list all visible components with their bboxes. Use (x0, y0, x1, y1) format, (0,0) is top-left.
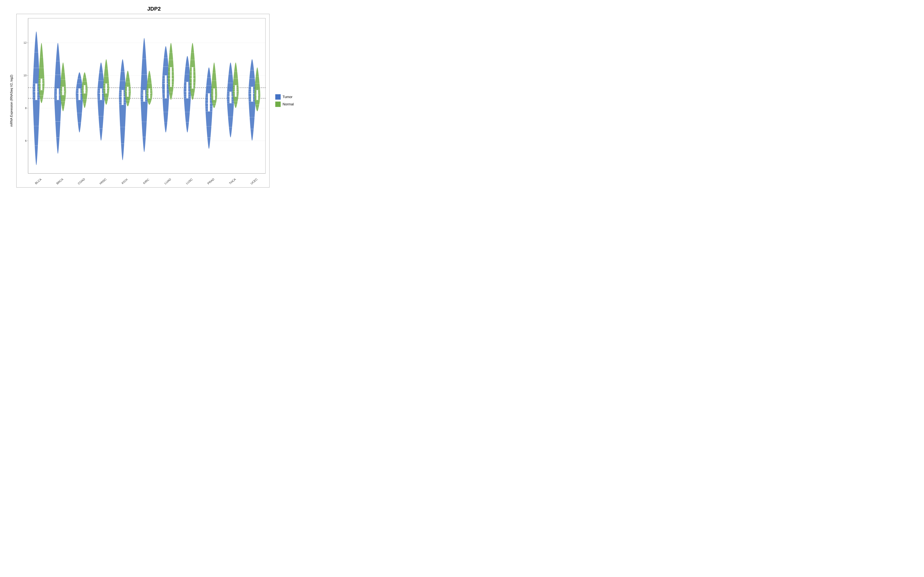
svg-rect-95 (36, 31, 37, 32)
svg-rect-684 (120, 90, 120, 90)
svg-rect-1035 (171, 79, 171, 79)
svg-rect-35 (38, 100, 39, 100)
svg-rect-1523 (252, 117, 252, 118)
svg-rect-1053 (169, 67, 169, 68)
svg-rect-227 (55, 88, 55, 89)
svg-rect-726 (128, 95, 128, 95)
svg-rect-566 (107, 98, 107, 98)
svg-rect-23 (37, 145, 37, 146)
svg-rect-543 (101, 81, 101, 81)
svg-rect-1288 (209, 77, 209, 78)
svg-rect-1175 (194, 82, 194, 83)
svg-rect-1213 (192, 42, 193, 43)
svg-rect-658 (123, 100, 124, 100)
chart-container: JDP2 mRNA Expression (RNASeq V2, log2) 6… (8, 6, 300, 187)
svg-rect-462 (82, 81, 83, 82)
svg-rect-266 (64, 95, 64, 95)
svg-rect-1412 (233, 95, 233, 95)
svg-rect-1626 (258, 95, 258, 95)
svg-rect-1536 (252, 99, 252, 99)
svg-rect-734 (129, 93, 129, 94)
svg-rect-1101 (186, 94, 187, 95)
svg-rect-440 (85, 90, 86, 90)
svg-rect-729 (125, 93, 126, 94)
svg-rect-1099 (184, 94, 184, 95)
svg-rect-1002 (170, 67, 172, 87)
svg-rect-1244 (206, 106, 206, 107)
svg-rect-1435 (228, 74, 229, 74)
svg-rect-1197 (195, 72, 195, 72)
svg-rect-1050 (171, 72, 172, 72)
svg-rect-380 (81, 90, 82, 90)
svg-rect-572 (108, 93, 108, 93)
svg-rect-698 (121, 71, 121, 72)
svg-rect-692 (121, 81, 121, 81)
svg-rect-1059 (170, 60, 170, 60)
svg-rect-784 (142, 122, 142, 122)
svg-rect-106 (41, 95, 42, 95)
svg-rect-1092 (184, 96, 184, 97)
svg-rect-87 (39, 68, 39, 68)
svg-rect-940 (166, 98, 167, 98)
svg-rect-1375 (231, 117, 232, 117)
svg-rect-602 (106, 85, 107, 86)
svg-rect-62 (35, 89, 36, 89)
svg-rect-945 (165, 93, 165, 94)
svg-rect-821 (142, 93, 143, 93)
svg-rect-341 (79, 100, 80, 100)
svg-rect-328 (78, 122, 78, 123)
svg-rect-1341 (214, 91, 214, 91)
svg-rect-904 (151, 90, 151, 90)
svg-rect-1106 (184, 92, 184, 92)
svg-rect-116 (41, 88, 42, 88)
svg-rect-1252 (206, 103, 207, 103)
svg-rect-337 (81, 113, 82, 113)
svg-rect-1391 (227, 99, 228, 100)
svg-rect-1565 (251, 89, 251, 90)
svg-rect-808 (146, 98, 147, 98)
svg-rect-1088 (187, 98, 187, 98)
svg-rect-825 (145, 93, 146, 93)
svg-rect-1102 (187, 94, 187, 95)
svg-rect-1304 (214, 103, 214, 103)
svg-rect-487 (102, 116, 102, 116)
svg-rect-1352 (214, 81, 214, 81)
svg-rect-225 (60, 91, 60, 91)
svg-rect-362 (79, 93, 79, 93)
svg-rect-656 (121, 100, 122, 100)
svg-rect-900 (148, 90, 148, 90)
svg-rect-417 (84, 93, 84, 93)
svg-rect-851 (144, 59, 144, 59)
svg-rect-1018 (172, 87, 172, 87)
svg-rect-638 (124, 127, 124, 127)
svg-rect-651 (123, 102, 124, 103)
svg-rect-790 (142, 102, 142, 102)
svg-rect-482 (102, 128, 102, 129)
svg-rect-1010 (169, 92, 170, 92)
svg-rect-693 (122, 81, 122, 81)
svg-rect-1180 (192, 79, 193, 79)
svg-rect-1030 (172, 82, 173, 82)
svg-rect-865 (148, 101, 148, 101)
svg-rect-1123 (185, 86, 186, 86)
svg-rect-670 (120, 94, 120, 95)
svg-rect-899 (147, 90, 147, 90)
svg-rect-1480 (233, 90, 233, 90)
svg-rect-222 (57, 91, 57, 91)
svg-rect-1477 (236, 92, 237, 92)
svg-rect-1267 (206, 97, 206, 98)
svg-rect-1224 (210, 137, 211, 138)
svg-rect-663 (121, 97, 121, 97)
svg-rect-84 (36, 68, 37, 68)
svg-rect-941 (167, 98, 168, 98)
svg-rect-432 (84, 91, 85, 92)
svg-rect-1563 (249, 89, 249, 90)
svg-rect-1408 (228, 95, 229, 95)
svg-rect-1379 (229, 103, 229, 103)
svg-rect-527 (99, 90, 99, 90)
svg-rect-740 (128, 92, 129, 92)
svg-rect-350 (81, 98, 82, 98)
svg-text:PRAD: PRAD (207, 177, 215, 185)
svg-rect-1388 (231, 101, 232, 102)
svg-rect-712 (128, 103, 128, 104)
